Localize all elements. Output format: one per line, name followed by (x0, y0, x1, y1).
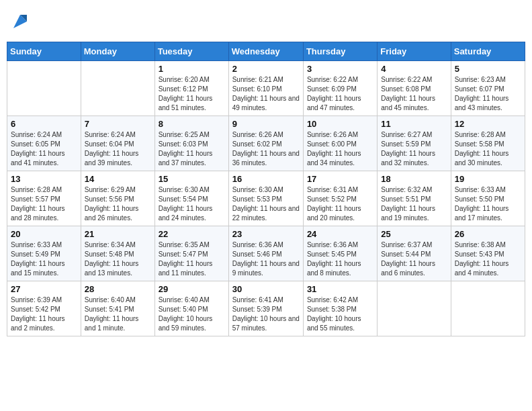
day-info: Sunrise: 6:42 AMSunset: 5:38 PMDaylight:… (307, 295, 373, 333)
day-number: 19 (455, 174, 521, 184)
day-number: 20 (11, 229, 77, 239)
day-info: Sunrise: 6:28 AMSunset: 5:58 PMDaylight:… (455, 130, 521, 168)
logo-icon (11, 12, 30, 31)
day-number: 30 (232, 284, 300, 294)
weekday-header-tuesday: Tuesday (154, 42, 228, 61)
day-cell (7, 61, 81, 116)
day-number: 16 (232, 174, 300, 184)
day-info: Sunrise: 6:28 AMSunset: 5:57 PMDaylight:… (11, 185, 77, 223)
day-info: Sunrise: 6:40 AMSunset: 5:41 PMDaylight:… (85, 295, 151, 333)
day-info: Sunrise: 6:30 AMSunset: 5:53 PMDaylight:… (232, 185, 300, 223)
day-info: Sunrise: 6:33 AMSunset: 5:50 PMDaylight:… (455, 185, 521, 223)
day-cell: 19Sunrise: 6:33 AMSunset: 5:50 PMDayligh… (451, 171, 525, 226)
day-info: Sunrise: 6:40 AMSunset: 5:40 PMDaylight:… (159, 295, 225, 333)
day-cell (81, 61, 154, 116)
day-cell: 30Sunrise: 6:41 AMSunset: 5:39 PMDayligh… (228, 281, 303, 336)
weekday-header-row: SundayMondayTuesdayWednesdayThursdayFrid… (7, 42, 525, 61)
day-cell: 31Sunrise: 6:42 AMSunset: 5:38 PMDayligh… (303, 281, 377, 336)
day-number: 18 (381, 174, 447, 184)
day-cell (451, 281, 525, 336)
day-info: Sunrise: 6:34 AMSunset: 5:48 PMDaylight:… (85, 240, 151, 278)
day-cell: 20Sunrise: 6:33 AMSunset: 5:49 PMDayligh… (7, 226, 81, 281)
day-number: 1 (159, 64, 225, 74)
day-cell: 5Sunrise: 6:23 AMSunset: 6:07 PMDaylight… (451, 61, 525, 116)
week-row-2: 6Sunrise: 6:24 AMSunset: 6:05 PMDaylight… (7, 116, 525, 171)
weekday-header-saturday: Saturday (451, 42, 525, 61)
day-info: Sunrise: 6:39 AMSunset: 5:42 PMDaylight:… (11, 295, 77, 333)
day-number: 24 (307, 229, 373, 239)
day-number: 8 (159, 119, 225, 129)
week-row-1: 1Sunrise: 6:20 AMSunset: 6:12 PMDaylight… (7, 61, 525, 116)
day-number: 13 (11, 174, 77, 184)
day-cell: 1Sunrise: 6:20 AMSunset: 6:12 PMDaylight… (154, 61, 228, 116)
day-info: Sunrise: 6:32 AMSunset: 5:51 PMDaylight:… (381, 185, 447, 223)
day-number: 17 (307, 174, 373, 184)
day-info: Sunrise: 6:23 AMSunset: 6:07 PMDaylight:… (455, 75, 521, 113)
week-row-3: 13Sunrise: 6:28 AMSunset: 5:57 PMDayligh… (7, 171, 525, 226)
day-cell: 24Sunrise: 6:36 AMSunset: 5:45 PMDayligh… (303, 226, 377, 281)
day-number: 25 (381, 229, 447, 239)
day-number: 21 (85, 229, 151, 239)
day-info: Sunrise: 6:30 AMSunset: 5:54 PMDaylight:… (159, 185, 225, 223)
day-info: Sunrise: 6:29 AMSunset: 5:56 PMDaylight:… (85, 185, 151, 223)
day-cell: 13Sunrise: 6:28 AMSunset: 5:57 PMDayligh… (7, 171, 81, 226)
day-number: 4 (381, 64, 447, 74)
day-info: Sunrise: 6:36 AMSunset: 5:46 PMDaylight:… (232, 240, 300, 278)
day-number: 14 (85, 174, 151, 184)
day-cell: 8Sunrise: 6:25 AMSunset: 6:03 PMDaylight… (154, 116, 228, 171)
day-number: 7 (85, 119, 151, 129)
day-cell: 12Sunrise: 6:28 AMSunset: 5:58 PMDayligh… (451, 116, 525, 171)
day-cell: 21Sunrise: 6:34 AMSunset: 5:48 PMDayligh… (81, 226, 154, 281)
day-number: 15 (159, 174, 225, 184)
day-info: Sunrise: 6:24 AMSunset: 6:05 PMDaylight:… (11, 130, 77, 168)
day-number: 29 (159, 284, 225, 294)
day-info: Sunrise: 6:31 AMSunset: 5:52 PMDaylight:… (307, 185, 373, 223)
day-cell: 10Sunrise: 6:26 AMSunset: 6:00 PMDayligh… (303, 116, 377, 171)
day-info: Sunrise: 6:25 AMSunset: 6:03 PMDaylight:… (159, 130, 225, 168)
weekday-header-friday: Friday (378, 42, 451, 61)
logo (9, 12, 30, 31)
day-number: 9 (232, 119, 300, 129)
day-info: Sunrise: 6:27 AMSunset: 5:59 PMDaylight:… (381, 130, 447, 168)
day-number: 12 (455, 119, 521, 129)
day-number: 28 (85, 284, 151, 294)
day-cell: 9Sunrise: 6:26 AMSunset: 6:02 PMDaylight… (228, 116, 303, 171)
day-cell: 16Sunrise: 6:30 AMSunset: 5:53 PMDayligh… (228, 171, 303, 226)
day-info: Sunrise: 6:20 AMSunset: 6:12 PMDaylight:… (159, 75, 225, 113)
day-info: Sunrise: 6:22 AMSunset: 6:08 PMDaylight:… (381, 75, 447, 113)
day-info: Sunrise: 6:26 AMSunset: 6:00 PMDaylight:… (307, 130, 373, 168)
day-cell: 25Sunrise: 6:37 AMSunset: 5:44 PMDayligh… (378, 226, 451, 281)
weekday-header-monday: Monday (81, 42, 154, 61)
day-cell: 18Sunrise: 6:32 AMSunset: 5:51 PMDayligh… (378, 171, 451, 226)
weekday-header-wednesday: Wednesday (228, 42, 303, 61)
day-cell: 11Sunrise: 6:27 AMSunset: 5:59 PMDayligh… (378, 116, 451, 171)
day-number: 2 (232, 64, 300, 74)
day-cell: 28Sunrise: 6:40 AMSunset: 5:41 PMDayligh… (81, 281, 154, 336)
day-info: Sunrise: 6:41 AMSunset: 5:39 PMDaylight:… (232, 295, 300, 333)
day-cell: 17Sunrise: 6:31 AMSunset: 5:52 PMDayligh… (303, 171, 377, 226)
day-number: 26 (455, 229, 521, 239)
day-number: 3 (307, 64, 373, 74)
day-cell: 15Sunrise: 6:30 AMSunset: 5:54 PMDayligh… (154, 171, 228, 226)
day-number: 27 (11, 284, 77, 294)
day-number: 6 (11, 119, 77, 129)
day-info: Sunrise: 6:33 AMSunset: 5:49 PMDaylight:… (11, 240, 77, 278)
day-cell: 6Sunrise: 6:24 AMSunset: 6:05 PMDaylight… (7, 116, 81, 171)
day-cell: 2Sunrise: 6:21 AMSunset: 6:10 PMDaylight… (228, 61, 303, 116)
day-cell: 23Sunrise: 6:36 AMSunset: 5:46 PMDayligh… (228, 226, 303, 281)
day-info: Sunrise: 6:24 AMSunset: 6:04 PMDaylight:… (85, 130, 151, 168)
day-info: Sunrise: 6:38 AMSunset: 5:43 PMDaylight:… (455, 240, 521, 278)
day-number: 5 (455, 64, 521, 74)
day-number: 23 (232, 229, 300, 239)
day-info: Sunrise: 6:36 AMSunset: 5:45 PMDaylight:… (307, 240, 373, 278)
weekday-header-sunday: Sunday (7, 42, 81, 61)
day-number: 11 (381, 119, 447, 129)
day-number: 10 (307, 119, 373, 129)
day-info: Sunrise: 6:21 AMSunset: 6:10 PMDaylight:… (232, 75, 300, 113)
week-row-4: 20Sunrise: 6:33 AMSunset: 5:49 PMDayligh… (7, 226, 525, 281)
day-number: 31 (307, 284, 373, 294)
day-number: 22 (159, 229, 225, 239)
day-cell: 22Sunrise: 6:35 AMSunset: 5:47 PMDayligh… (154, 226, 228, 281)
day-cell: 4Sunrise: 6:22 AMSunset: 6:08 PMDaylight… (378, 61, 451, 116)
day-info: Sunrise: 6:22 AMSunset: 6:09 PMDaylight:… (307, 75, 373, 113)
